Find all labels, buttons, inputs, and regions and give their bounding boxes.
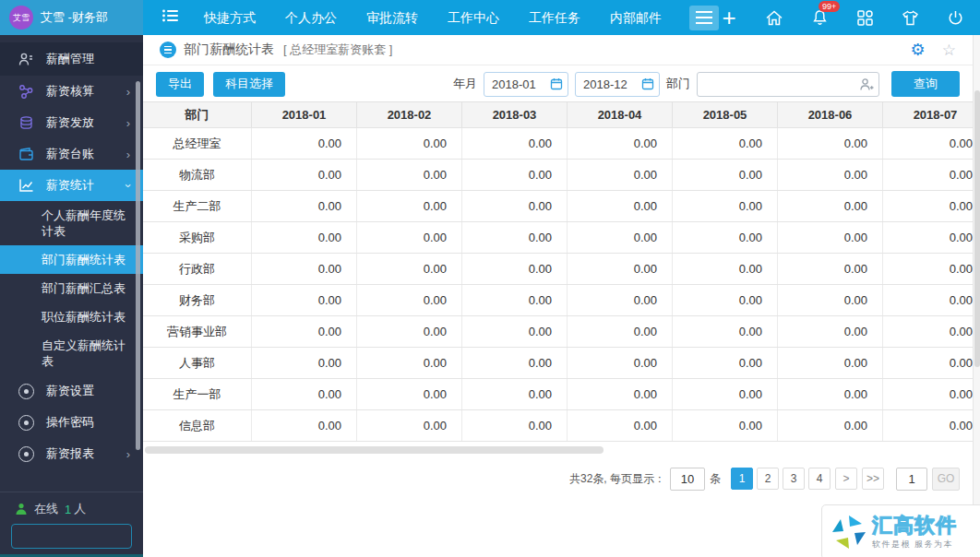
menu-item-shortcuts[interactable]: 快捷方式 <box>189 0 270 35</box>
export-button[interactable]: 导出 <box>156 72 204 97</box>
sidebar-item-operation-password[interactable]: 操作密码 <box>0 407 143 438</box>
add-icon[interactable]: + <box>719 7 739 28</box>
app-window: 艾雪 艾雪 -财务部 快捷方式 个人办公 审批流转 工作中心 工作任务 内部邮件… <box>0 0 980 557</box>
value-cell: 0.00 <box>778 222 883 253</box>
person-add-icon[interactable] <box>859 77 874 91</box>
column-header[interactable]: 2018-06 <box>778 102 883 127</box>
sidebar-item-salary-ledger[interactable]: 薪资台账 › <box>0 138 143 170</box>
query-button[interactable]: 查询 <box>891 71 960 97</box>
goto-page-input[interactable] <box>896 468 927 491</box>
date-from-field[interactable] <box>484 72 568 97</box>
column-header[interactable]: 2018-01 <box>252 102 357 127</box>
logout-power-icon[interactable] <box>945 7 965 28</box>
department-field[interactable] <box>697 72 879 97</box>
sidebar-search-input[interactable] <box>12 530 143 543</box>
sidebar-item-salary-settings[interactable]: 薪资设置 <box>0 375 143 407</box>
table-row: 信息部0.000.000.000.000.000.000.00 <box>143 410 973 442</box>
value-cell: 0.00 <box>568 316 673 347</box>
calendar-icon[interactable] <box>550 77 563 90</box>
page-button-3[interactable]: 3 <box>783 468 805 490</box>
sidebar-header-label: 薪酬管理 <box>46 51 94 67</box>
sidebar-scrollbar[interactable] <box>136 81 140 450</box>
page-button-4[interactable]: 4 <box>808 468 831 490</box>
value-cell: 0.00 <box>778 254 883 284</box>
network-icon <box>17 84 35 100</box>
department-cell: 人事部 <box>143 348 252 378</box>
favorite-star-icon[interactable]: ☆ <box>942 41 956 60</box>
value-cell: 0.00 <box>883 379 973 409</box>
column-header[interactable]: 2018-05 <box>673 102 778 127</box>
menu-item-work-tasks[interactable]: 工作任务 <box>514 0 595 35</box>
last-page-button[interactable]: >> <box>862 468 884 490</box>
column-header[interactable]: 2018-02 <box>357 102 462 127</box>
value-cell: 0.00 <box>568 160 673 190</box>
home-icon[interactable] <box>764 7 784 28</box>
sidebar-subitem-personal-annual-stats[interactable]: 个人薪酬年度统计表 <box>0 201 143 245</box>
page-size-input[interactable] <box>670 468 705 491</box>
sidebar-footer: 在线 1 人 <box>0 492 143 557</box>
sidebar-subitem-dept-salary-stats[interactable]: 部门薪酬统计表 <box>0 245 143 274</box>
shortcut-list-icon[interactable] <box>161 8 180 27</box>
notifications-bell-icon[interactable]: 99+ <box>809 7 830 28</box>
go-button[interactable]: GO <box>932 468 960 491</box>
value-cell: 0.00 <box>357 191 462 221</box>
vertical-scrollbar[interactable] <box>973 35 980 557</box>
settings-gear-icon[interactable]: ⚙ <box>911 40 926 60</box>
theme-shirt-icon[interactable] <box>900 7 920 28</box>
menu-item-work-center[interactable]: 工作中心 <box>433 0 514 35</box>
value-cell: 0.00 <box>462 191 568 221</box>
next-page-button[interactable]: > <box>835 468 857 490</box>
calendar-icon[interactable] <box>641 77 654 90</box>
value-cell: 0.00 <box>673 222 778 253</box>
sidebar-subitem-custom-salary-stats[interactable]: 自定义薪酬统计表 <box>0 331 143 375</box>
apps-grid-icon[interactable] <box>855 7 875 28</box>
value-cell: 0.00 <box>252 410 357 441</box>
sidebar-subitem-dept-salary-summary[interactable]: 部门薪酬汇总表 <box>0 274 143 302</box>
value-cell: 0.00 <box>568 348 673 378</box>
online-unit: 人 <box>74 501 86 517</box>
value-cell: 0.00 <box>462 316 568 347</box>
sidebar-header-salary-management[interactable]: 薪酬管理 <box>0 42 143 76</box>
sidebar-search-box[interactable] <box>11 524 132 549</box>
toolbar: 导出 科目选择 年月 部门 <box>143 66 973 101</box>
value-cell: 0.00 <box>673 348 778 378</box>
department-input[interactable] <box>697 72 879 97</box>
value-cell: 0.00 <box>357 254 462 284</box>
table-row: 生产一部0.000.000.000.000.000.000.00 <box>143 379 973 410</box>
online-person-icon <box>15 503 28 516</box>
department-cell: 采购部 <box>143 222 252 253</box>
value-cell: 0.00 <box>673 410 778 441</box>
page-button-1[interactable]: 1 <box>731 468 753 490</box>
page-title: 部门薪酬统计表 <box>184 41 274 58</box>
page-button-2[interactable]: 2 <box>757 468 779 490</box>
department-cell: 物流部 <box>143 160 252 190</box>
value-cell: 0.00 <box>357 128 462 159</box>
user-area[interactable]: 艾雪 艾雪 -财务部 <box>0 0 143 35</box>
table-row: 营销事业部0.000.000.000.000.000.000.00 <box>143 316 973 348</box>
subject-select-button[interactable]: 科目选择 <box>213 72 285 97</box>
column-header[interactable]: 2018-03 <box>462 102 568 127</box>
sidebar-subitem-position-salary-stats[interactable]: 职位薪酬统计表 <box>0 302 143 331</box>
menu-item-personal-office[interactable]: 个人办公 <box>270 0 352 35</box>
menu-item-internal-mail[interactable]: 内部邮件 <box>595 0 676 35</box>
sidebar-item-salary-report[interactable]: 薪资报表 › <box>0 438 143 469</box>
column-header[interactable]: 2018-07 <box>883 102 973 127</box>
sidebar-menu: 薪酬管理 薪资核算 › 薪资发放 › 薪资台账 <box>0 35 143 492</box>
value-cell: 0.00 <box>568 379 673 409</box>
sidebar-item-salary-calc[interactable]: 薪资核算 › <box>0 76 143 107</box>
avatar[interactable]: 艾雪 <box>9 6 33 30</box>
value-cell: 0.00 <box>462 379 568 409</box>
sidebar-item-salary-payment[interactable]: 薪资发放 › <box>0 107 143 138</box>
menu-toggle-icon[interactable] <box>689 6 719 30</box>
menu-item-approval-flow[interactable]: 审批流转 <box>352 0 433 35</box>
date-range-label: 年月 <box>453 76 477 92</box>
coins-icon <box>17 115 35 131</box>
value-cell: 0.00 <box>252 128 357 159</box>
date-to-field[interactable] <box>575 72 660 97</box>
horizontal-scrollbar[interactable] <box>145 446 604 454</box>
sidebar-item-salary-statistics[interactable]: 薪资统计 › <box>0 170 143 201</box>
column-header[interactable]: 2018-04 <box>568 102 673 127</box>
value-cell: 0.00 <box>462 348 568 378</box>
value-cell: 0.00 <box>673 316 778 347</box>
column-header[interactable]: 部门 <box>143 102 252 127</box>
